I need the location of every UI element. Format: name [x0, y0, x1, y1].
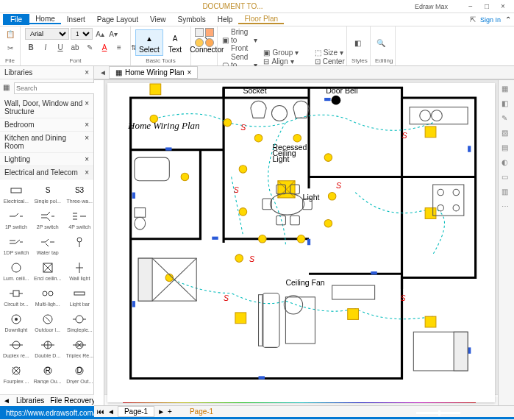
page-prev-icon[interactable]: ◄ — [107, 407, 115, 416]
close-icon[interactable]: × — [85, 134, 89, 150]
menu-floor-plan[interactable]: Floor Plan — [238, 15, 284, 24]
styles-icon[interactable]: ◧ — [351, 37, 363, 49]
shape-item[interactable]: Encl ceilin... — [32, 258, 63, 282]
shape-item[interactable]: SSingle pol... — [32, 181, 63, 205]
minimize-icon[interactable]: − — [465, 1, 476, 12]
rt-line-icon[interactable]: ✎ — [501, 114, 512, 124]
shape-item[interactable]: Triplex Re... — [65, 335, 93, 360]
font-color-icon[interactable]: A — [99, 41, 110, 53]
tab-prev-icon[interactable]: ◄ — [97, 67, 109, 79]
shape-item[interactable]: Lum. ceili... — [1, 258, 31, 282]
rt-fill-icon[interactable]: ◧ — [501, 99, 512, 110]
tab-close-icon[interactable]: × — [188, 68, 192, 76]
rt-properties-icon[interactable]: ▦ — [501, 85, 512, 95]
signin-link[interactable]: Sign In — [480, 16, 501, 24]
close-icon[interactable]: × — [85, 155, 89, 163]
shrink-font-icon[interactable]: A▾ — [107, 28, 119, 40]
shape-item[interactable]: Water tap — [32, 232, 63, 257]
group-button[interactable]: ▣ Group ▾ — [263, 49, 308, 57]
shape-item[interactable]: Duplex re... — [1, 335, 31, 360]
libraries-close-icon[interactable]: × — [85, 68, 89, 76]
shape-item[interactable]: 2P switch — [32, 207, 63, 231]
shape-item[interactable]: Downlight — [1, 310, 31, 334]
lib-search-input[interactable] — [14, 82, 101, 94]
font-size-select[interactable]: 10 — [71, 28, 93, 40]
shape-item[interactable]: Electrical... — [1, 181, 31, 205]
share-icon[interactable]: ⇱ — [470, 15, 476, 24]
collapse-ribbon-icon[interactable]: ⌃ — [505, 15, 511, 24]
bring-front-button[interactable]: ▣ Bring to Front ▾ — [222, 28, 257, 52]
shape-item[interactable]: Circuit br... — [1, 284, 31, 308]
paste-icon[interactable]: 📋 — [4, 28, 16, 40]
shape-item[interactable]: Light bar — [65, 284, 93, 308]
close-icon[interactable]: × — [85, 168, 89, 177]
bottom-prev-icon[interactable]: ◄ — [3, 396, 10, 405]
maximize-icon[interactable]: □ — [482, 1, 492, 12]
shape-preset-3[interactable] — [195, 38, 204, 47]
page-next-icon[interactable]: ► — [157, 407, 165, 416]
rt-more-icon[interactable]: ⋯ — [501, 202, 512, 213]
highlight-icon[interactable]: ✎ — [84, 41, 96, 53]
bottom-file-recovery-tab[interactable]: File Recovery — [50, 396, 95, 405]
shape-item[interactable]: 4P switch — [65, 207, 93, 231]
rt-layer-icon[interactable]: ▤ — [501, 143, 512, 154]
canvas[interactable]: Home Wiring Plan Socket Door Bell Recess… — [107, 83, 495, 402]
select-tool[interactable]: ▲Select — [135, 29, 163, 56]
page-tab[interactable]: Page-1 — [118, 406, 154, 417]
close-icon[interactable]: × — [498, 1, 508, 12]
svg-rect-62 — [135, 208, 146, 218]
shape-item[interactable]: DDryer Out... — [65, 361, 93, 385]
menu-file[interactable]: File — [3, 14, 29, 25]
shape-item[interactable]: Singleple... — [65, 310, 93, 334]
lib-category[interactable]: Wall, Door, Window and Structure× — [0, 97, 93, 118]
shape-preset-2[interactable] — [205, 28, 214, 37]
shape-preset-1[interactable] — [195, 28, 204, 37]
cut-icon[interactable]: ✂ — [4, 42, 16, 54]
styles-label: Styles — [351, 57, 365, 64]
page-add-icon[interactable]: + — [168, 407, 172, 416]
italic-icon[interactable]: I — [40, 41, 51, 53]
shape-item[interactable]: Multi-ligh... — [32, 284, 63, 308]
lib-add-icon[interactable]: ▦ — [3, 81, 10, 93]
menu-insert[interactable]: Insert — [61, 15, 91, 24]
menu-symbols[interactable]: Symbols — [172, 15, 212, 24]
lib-category[interactable]: Bedroom× — [0, 118, 93, 132]
lib-category[interactable]: Electrical and Telecom× — [0, 166, 93, 179]
text-tool[interactable]: AText — [165, 30, 185, 55]
strike-icon[interactable]: ab — [69, 41, 81, 53]
menu-view[interactable]: View — [144, 15, 172, 24]
shape-item[interactable]: Outdoor l... — [32, 310, 63, 334]
page-first-icon[interactable]: ⏮ — [97, 407, 104, 416]
menu-help[interactable]: Help — [212, 15, 239, 24]
lib-category[interactable]: Kitchen and Dining Room× — [0, 132, 93, 153]
shape-item[interactable]: Double D... — [32, 335, 63, 360]
shape-item[interactable]: RRange Ou... — [32, 361, 63, 385]
shape-item[interactable]: 1P switch — [1, 207, 31, 231]
align-left-icon[interactable]: ≡ — [113, 41, 125, 53]
shape-item[interactable]: 1DP switch — [1, 232, 31, 257]
grow-font-icon[interactable]: A▴ — [94, 28, 106, 40]
rt-page-icon[interactable]: ▭ — [501, 173, 512, 183]
zoom-slider[interactable] — [416, 412, 460, 414]
shape-item[interactable]: Fourplex ... — [1, 361, 31, 385]
align-button[interactable]: ⊟ Align ▾ — [263, 57, 308, 65]
underline-icon[interactable]: U — [54, 41, 66, 53]
rt-theme-icon[interactable]: ◐ — [501, 158, 512, 168]
document-tab[interactable]: ▦ Home Wiring Plan × — [109, 66, 198, 79]
font-name-select[interactable]: Arial — [25, 28, 69, 40]
menu-home[interactable]: Home — [29, 15, 61, 24]
find-icon[interactable]: 🔍 — [375, 37, 387, 49]
close-icon[interactable]: × — [85, 121, 89, 129]
shape-preset-4[interactable] — [205, 38, 214, 47]
shape-item[interactable] — [65, 232, 93, 257]
rt-shadow-icon[interactable]: ▨ — [501, 129, 512, 139]
menu-page-layout[interactable]: Page Layout — [91, 15, 144, 24]
rt-data-icon[interactable]: ▥ — [501, 188, 512, 198]
shape-item[interactable]: S3Three-wa... — [65, 181, 93, 205]
shape-item[interactable]: Wall light — [65, 258, 93, 282]
lib-category[interactable]: Lighting× — [0, 153, 93, 166]
close-icon[interactable]: × — [85, 99, 89, 115]
bottom-libraries-tab[interactable]: Libraries — [16, 396, 44, 405]
doc-title: DOCUMENT TO... — [202, 2, 263, 10]
bold-icon[interactable]: B — [25, 41, 37, 53]
